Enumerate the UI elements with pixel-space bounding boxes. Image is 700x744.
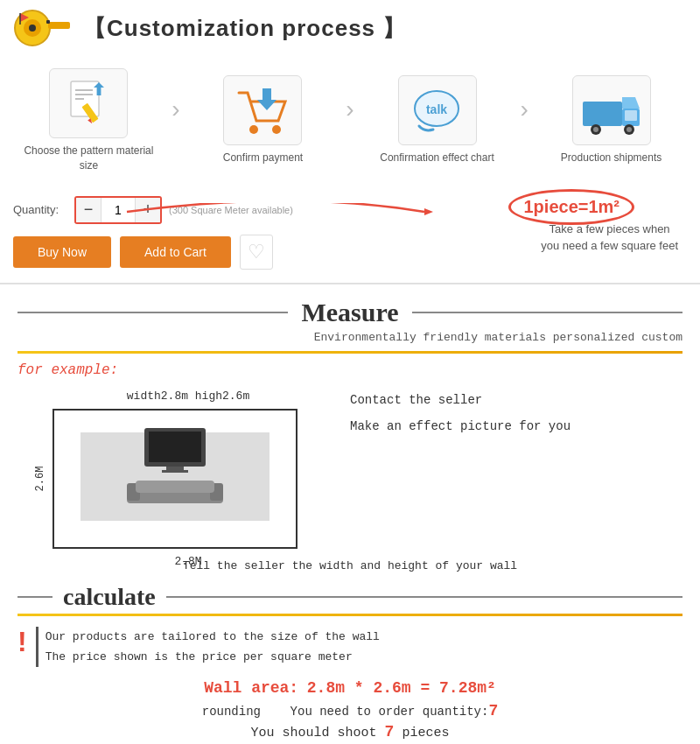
- contact-line-1: Contact the seller: [350, 387, 570, 414]
- sofa-icon: [122, 479, 228, 505]
- measure-line-right: [412, 312, 682, 313]
- calculate-header: calculate: [18, 583, 682, 611]
- svg-point-22: [593, 127, 598, 132]
- svg-rect-34: [136, 481, 214, 493]
- svg-marker-26: [424, 208, 433, 215]
- arrow-3: ›: [520, 95, 528, 123]
- svg-marker-15: [257, 88, 276, 110]
- svg-rect-3: [48, 22, 70, 29]
- qty-decrease-button[interactable]: −: [76, 198, 101, 222]
- step-2-label: Confirm payment: [223, 151, 303, 165]
- calculate-title: calculate: [63, 583, 156, 611]
- wall-inner: [80, 432, 270, 521]
- svg-point-2: [29, 25, 36, 32]
- warning-row: ! Our products are tailored to the size …: [18, 627, 682, 668]
- arrow-1: ›: [172, 95, 179, 123]
- svg-rect-29: [166, 467, 184, 470]
- page-container: 【Customization process 】: [0, 0, 700, 744]
- qty-value: 7: [488, 702, 498, 719]
- svg-point-24: [626, 127, 632, 132]
- svg-rect-4: [46, 20, 50, 24]
- shoot-line: You should shoot 7 pieces: [18, 723, 682, 740]
- wall-content: [80, 426, 270, 527]
- svg-rect-30: [162, 470, 188, 473]
- step-3: talk Confirmation effect chart: [368, 75, 508, 165]
- svg-point-14: [272, 125, 281, 134]
- shoot-text-prefix: You should shoot: [251, 726, 385, 740]
- calc-line-right: [166, 596, 682, 598]
- yellow-divider-2: [18, 614, 682, 616]
- step-1: Choose the pattern material size: [18, 68, 158, 173]
- arrow-2: ›: [346, 95, 354, 123]
- quantity-label: Quantity:: [13, 203, 66, 216]
- page-title: 【Customization process 】: [83, 13, 406, 44]
- measure-line-left: [18, 312, 288, 313]
- piece-equals-label: 1piece=1m²: [508, 189, 634, 225]
- step-2: Confirm payment: [192, 75, 332, 165]
- diagram-left-label: 2.6M: [34, 466, 46, 491]
- cart-icon: [234, 84, 291, 137]
- step-3-label: Confirmation effect chart: [380, 151, 494, 165]
- calc-line-left: [18, 596, 52, 598]
- measure-subtitle: Environmentally friendly materials perso…: [18, 331, 682, 344]
- diagram-bottom-label: 2.8M: [174, 555, 201, 568]
- tell-seller: Tell the seller the width and height of …: [18, 559, 682, 572]
- warning-line-1: Our products are tailored to the size of…: [46, 630, 380, 643]
- step-1-label: Choose the pattern material size: [18, 144, 158, 173]
- step-4-icon-box: [572, 75, 651, 145]
- measure-header: Measure: [18, 298, 682, 327]
- contact-line-2: Make an effect picture for you: [350, 413, 570, 440]
- pencil-paper-icon: [62, 77, 115, 130]
- exclamation-icon: !: [18, 627, 27, 657]
- step-4-label: Production shipments: [561, 151, 662, 165]
- wall-area-label: Wall area:: [204, 679, 298, 697]
- measure-title: Measure: [301, 298, 398, 327]
- svg-point-13: [249, 125, 258, 134]
- contact-info: Contact the seller Make an effect pictur…: [350, 387, 570, 441]
- quantity-row: Quantity: − + (300 Square Meter availabl…: [13, 196, 687, 224]
- customization-header: 【Customization process 】: [13, 9, 687, 48]
- buy-now-button[interactable]: Buy Now: [13, 236, 111, 268]
- svg-rect-18: [583, 102, 622, 126]
- svg-rect-25: [625, 110, 637, 121]
- wall-diagram: 2.6M: [52, 409, 298, 549]
- process-steps: Choose the pattern material size › Confi…: [13, 61, 687, 180]
- add-to-cart-button[interactable]: Add to Cart: [120, 236, 231, 268]
- step-4: Production shipments: [542, 75, 682, 165]
- take-note: Take a few pieces whenyou need a few squ…: [541, 221, 678, 255]
- wall-diagram-container: width2.8m high2.6m 2.6M: [52, 409, 324, 549]
- wall-area-line: Wall area: 2.8m * 2.6m = 7.28m²: [18, 679, 682, 697]
- tv-icon: [140, 426, 210, 474]
- order-qty-line: rounding You need to order quantity:7: [18, 702, 682, 719]
- rounding-text: rounding You need to order quantity:: [202, 705, 489, 719]
- diagram-top-label: width2.8m high2.6m: [127, 390, 249, 403]
- shoot-qty: 7: [385, 723, 395, 740]
- step-3-icon-box: talk: [398, 75, 477, 145]
- truck-icon: [578, 84, 644, 137]
- warning-line-2: The price shown is the price per square …: [46, 650, 353, 663]
- wall-area-formula: 2.8m * 2.6m = 7.28m²: [307, 679, 496, 697]
- wishlist-heart-icon[interactable]: ♡: [240, 235, 273, 270]
- tape-measure-icon: [13, 9, 74, 48]
- red-arrow: [118, 203, 451, 221]
- shoot-text-suffix: pieces: [394, 726, 449, 740]
- top-section: 【Customization process 】: [0, 0, 700, 284]
- for-example-label: for example:: [18, 362, 682, 378]
- svg-rect-28: [149, 432, 201, 462]
- phone-talk-icon: talk: [409, 84, 466, 137]
- warning-text: Our products are tailored to the size of…: [36, 627, 380, 668]
- step-2-icon-box: [223, 75, 302, 145]
- svg-text:talk: talk: [426, 102, 447, 116]
- step-1-icon-box: [49, 68, 128, 138]
- measure-content: width2.8m high2.6m 2.6M: [18, 387, 682, 549]
- svg-marker-20: [622, 97, 640, 109]
- bottom-section: Measure Environmentally friendly materia…: [0, 284, 700, 744]
- yellow-divider-1: [18, 351, 682, 354]
